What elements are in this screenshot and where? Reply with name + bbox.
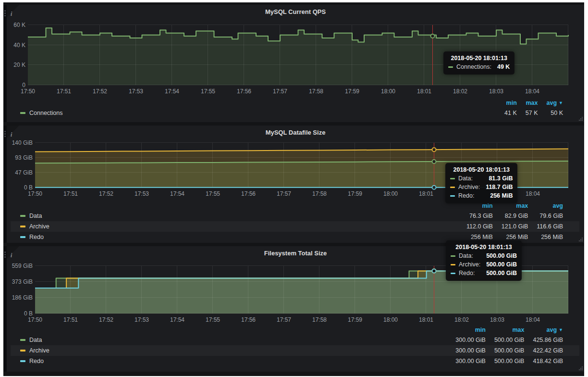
panel-resize-handle[interactable] bbox=[578, 237, 583, 242]
x-axis-label: 18:04 bbox=[526, 190, 540, 197]
x-axis-label: 17:54 bbox=[170, 316, 184, 323]
x-axis-label: 17:59 bbox=[345, 88, 359, 95]
legend-sort-max[interactable]: max bbox=[517, 98, 538, 108]
legend-sort-avg[interactable]: avg▼ bbox=[538, 98, 579, 108]
x-axis-label: 18:01 bbox=[419, 316, 433, 323]
y-axis-label: 93 GiB bbox=[10, 154, 33, 161]
panel-info-corner[interactable] bbox=[7, 126, 19, 138]
x-axis-label: 18:04 bbox=[526, 316, 540, 323]
x-axis-label: 17:55 bbox=[206, 190, 220, 197]
legend-value-avg: 116.6 GiB bbox=[528, 221, 579, 232]
x-axis-label: 18:04 bbox=[525, 88, 539, 95]
legend-series-name[interactable]: Data bbox=[29, 213, 42, 219]
x-axis-label: 17:59 bbox=[348, 316, 362, 323]
tooltip-series-name: Connections: bbox=[456, 63, 491, 70]
tooltip-series-name: Archive: bbox=[459, 261, 480, 268]
info-icon: i bbox=[11, 252, 12, 259]
legend-series-name[interactable]: Connections bbox=[29, 110, 63, 116]
legend-sort-avg[interactable]: avg bbox=[528, 201, 579, 211]
tooltip-series-row: Data:500.00 GiB bbox=[451, 252, 517, 259]
legend-sort-max[interactable]: max bbox=[486, 325, 525, 335]
legend-filesystem-total-size: minmaxavg▼Data300.00 GiB500.00 GiB425.86… bbox=[11, 325, 579, 366]
tooltip-series-name: Redo: bbox=[459, 270, 475, 276]
panel-resize-handle[interactable] bbox=[578, 116, 583, 121]
tooltip-series-row: Redo:500.00 GiB bbox=[451, 270, 517, 276]
tooltip-timestamp: 2018-05-20 18:01:13 bbox=[450, 166, 513, 173]
legend-value-max: 121.0 GiB bbox=[493, 221, 528, 232]
x-axis-label: 17:54 bbox=[170, 190, 184, 197]
row-drag-handle[interactable] bbox=[3, 126, 7, 243]
legend-row: Data76.3 GiB82.9 GiB79.6 GiB bbox=[11, 211, 579, 221]
sort-caret-icon: ▼ bbox=[559, 101, 563, 105]
panel-info-corner[interactable] bbox=[7, 246, 19, 259]
legend-value-avg: 256 MiB bbox=[528, 232, 579, 242]
y-axis-label: 0 B bbox=[10, 184, 33, 191]
series-color-swatch bbox=[20, 339, 25, 341]
legend-value-avg: 422.42 GiB bbox=[524, 345, 579, 356]
x-axis-label: 17:51 bbox=[57, 88, 71, 95]
info-icon: i bbox=[11, 131, 12, 138]
x-axis-label: 18:00 bbox=[383, 190, 398, 197]
legend-row: Connections41 K57 K50 K bbox=[11, 108, 579, 118]
legend-row: Redo300.00 GiB500.00 GiB418.42 GiB bbox=[11, 356, 579, 366]
series-color-swatch bbox=[20, 215, 25, 217]
panel-title[interactable]: MySQL Datafile Size bbox=[45, 129, 546, 136]
x-axis-label: 17:55 bbox=[201, 88, 215, 95]
x-axis-label: 18:01 bbox=[417, 88, 431, 95]
x-axis-label: 17:50 bbox=[28, 316, 42, 323]
series-color-swatch bbox=[20, 226, 25, 227]
info-icon: i bbox=[11, 11, 12, 18]
legend-value-avg: 79.6 GiB bbox=[528, 211, 579, 221]
legend-value-max: 57 K bbox=[517, 108, 538, 118]
x-axis-label: 17:56 bbox=[237, 88, 251, 95]
tooltip-series-name: Data: bbox=[458, 175, 473, 182]
tooltip-series-row: Archive:500.00 GiB bbox=[451, 261, 517, 268]
hover-point-marker bbox=[431, 34, 435, 38]
y-axis-label: 559 GiB bbox=[10, 263, 33, 269]
x-axis-label: 17:58 bbox=[312, 190, 327, 197]
panel-row-filesystem: i Filesystem Total Size 17:5017:5117:521… bbox=[3, 246, 584, 372]
tooltip-series-value: 256 MiB bbox=[490, 192, 513, 199]
tooltip-series-value: 500.00 GiB bbox=[486, 252, 517, 259]
series-color-swatch bbox=[20, 350, 25, 352]
tooltip-timestamp: 2018-05-20 18:01:13 bbox=[451, 244, 517, 251]
panel-resize-handle[interactable] bbox=[578, 365, 583, 371]
y-axis-label: 47 GiB bbox=[10, 169, 33, 176]
legend-sort-avg[interactable]: avg▼ bbox=[524, 325, 579, 335]
legend-series-name[interactable]: Redo bbox=[29, 234, 44, 240]
legend-sort-min[interactable]: min bbox=[496, 98, 517, 108]
tooltip-series-row: Data:81.3 GiB bbox=[450, 175, 513, 182]
legend-mysql-datafile-size: minmaxavgData76.3 GiB82.9 GiB79.6 GiBArc… bbox=[11, 201, 579, 242]
x-axis-label: 18:03 bbox=[490, 316, 504, 323]
x-axis-label: 17:53 bbox=[129, 88, 143, 95]
legend-series-name[interactable]: Data bbox=[29, 337, 42, 343]
x-axis-label: 17:53 bbox=[135, 316, 149, 323]
tooltip-timestamp: 2018-05-20 18:01:13 bbox=[448, 55, 510, 62]
legend-series-name[interactable]: Redo bbox=[29, 358, 44, 364]
x-axis-label: 18:00 bbox=[381, 88, 395, 95]
panel-info-corner[interactable] bbox=[7, 5, 19, 17]
y-axis-label: 40 K bbox=[2, 42, 25, 49]
panel-filesystem-total-size: i Filesystem Total Size 17:5017:5117:521… bbox=[7, 246, 584, 372]
legend-sort-min[interactable]: min bbox=[447, 325, 486, 335]
x-axis-label: 18:02 bbox=[454, 316, 469, 323]
panel-row-datafile: i MySQL Datafile Size 17:5017:5117:5217:… bbox=[3, 126, 584, 243]
panel-row-qps: i MySQL Current QPS 17:5017:5117:5217:53… bbox=[3, 5, 584, 122]
series-color-swatch bbox=[450, 187, 455, 188]
legend-series-name[interactable]: Archive bbox=[29, 223, 49, 230]
y-axis-label: 60 K bbox=[2, 22, 25, 28]
series-color-swatch bbox=[20, 360, 25, 362]
row-drag-handle[interactable] bbox=[3, 246, 7, 372]
panel-title[interactable]: MySQL Current QPS bbox=[45, 8, 546, 15]
x-axis-label: 17:57 bbox=[277, 190, 291, 197]
legend-mysql-current-qps: minmaxavg▼Connections41 K57 K50 K bbox=[11, 98, 579, 118]
legend-value-avg: 425.86 GiB bbox=[524, 335, 579, 345]
legend-value-avg: 50 K bbox=[538, 108, 579, 118]
legend-row: Archive112.0 GiB121.0 GiB116.6 GiB bbox=[11, 221, 579, 232]
panel-mysql-current-qps: i MySQL Current QPS 17:5017:5117:5217:53… bbox=[7, 5, 584, 122]
x-axis-label: 17:52 bbox=[93, 88, 107, 95]
tooltip-series-value: 118.7 GiB bbox=[486, 184, 513, 190]
legend-series-name[interactable]: Archive bbox=[29, 347, 49, 354]
hover-point-marker bbox=[432, 160, 436, 163]
legend-value-avg: 418.42 GiB bbox=[524, 356, 579, 366]
